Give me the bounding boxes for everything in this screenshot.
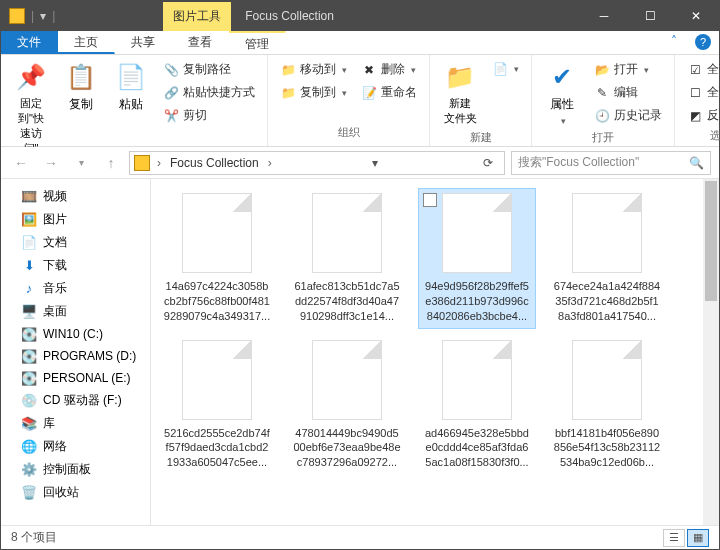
tab-manage[interactable]: 管理 — [229, 31, 286, 54]
address-dropdown-icon[interactable]: ▾ — [363, 156, 387, 170]
sidebar-item[interactable]: ⚙️控制面板 — [1, 458, 150, 481]
sidebar-item-label: 音乐 — [43, 280, 67, 297]
sidebar-item[interactable]: 🎞️视频 — [1, 185, 150, 208]
qat-dropdown-icon[interactable]: ▾ — [40, 9, 46, 23]
newitem-dropdown[interactable]: 📄▾ — [488, 59, 523, 79]
help-icon[interactable]: ? — [695, 34, 711, 50]
file-item[interactable]: 14a697c4224c3058bcb2bf756c88fb00f4819289… — [159, 189, 275, 328]
file-item[interactable]: 478014449bc9490d500ebf6e73eaa9be48ec7893… — [289, 336, 405, 475]
file-item[interactable]: 61afec813cb51dc7a5dd22574f8df3d40a479102… — [289, 189, 405, 328]
sidebar-item[interactable]: 💽PERSONAL (E:) — [1, 367, 150, 389]
sidebar-item-icon: ⬇ — [21, 258, 37, 274]
chevron-right-icon[interactable]: › — [265, 156, 275, 170]
delete-icon: ✖ — [361, 62, 377, 78]
navigation-pane: 🎞️视频🖼️图片📄文档⬇下载♪音乐🖥️桌面💽WIN10 (C:)💽PROGRAM… — [1, 179, 151, 525]
minimize-button[interactable]: ─ — [581, 1, 627, 31]
close-button[interactable]: ✕ — [673, 1, 719, 31]
copypath-icon: 📎 — [163, 62, 179, 78]
tab-file[interactable]: 文件 — [1, 31, 58, 54]
address-bar: ← → ▾ ↑ › Focus Collection › ▾ ⟳ 搜索"Focu… — [1, 147, 719, 179]
rename-button[interactable]: 📝重命名 — [357, 82, 421, 103]
nav-recent-dropdown[interactable]: ▾ — [69, 151, 93, 175]
newfolder-button[interactable]: 📁 新建 文件夹 — [438, 59, 482, 128]
sidebar-item[interactable]: ♪音乐 — [1, 277, 150, 300]
file-item[interactable]: 94e9d956f28b29ffef5e386d211b973d996c8402… — [419, 189, 535, 328]
sidebar-item-label: 下载 — [43, 257, 67, 274]
file-item[interactable]: 5216cd2555ce2db74ff57f9daed3cda1cbd21933… — [159, 336, 275, 475]
sidebar-item-icon: 🖥️ — [21, 304, 37, 320]
selectnone-icon: ☐ — [687, 85, 703, 101]
search-placeholder: 搜索"Focus Collection" — [518, 154, 639, 171]
file-item[interactable]: bbf14181b4f056e890856e54f13c58b23112534b… — [549, 336, 665, 475]
view-details-button[interactable]: ☰ — [663, 529, 685, 547]
sidebar-item-label: 桌面 — [43, 303, 67, 320]
breadcrumb[interactable]: › Focus Collection › ▾ ⟳ — [129, 151, 505, 175]
properties-button[interactable]: ✔ 属性▾ — [540, 59, 584, 128]
ribbon-tabs: 文件 主页 共享 查看 管理 ˄ ? — [1, 31, 719, 55]
tab-view[interactable]: 查看 — [172, 31, 229, 54]
sidebar-item-icon: ⚙️ — [21, 462, 37, 478]
invert-icon: ◩ — [687, 108, 703, 124]
nav-forward-button[interactable]: → — [39, 151, 63, 175]
scrollbar[interactable] — [703, 179, 719, 525]
refresh-icon[interactable]: ⟳ — [476, 156, 500, 170]
item-count: 8 个项目 — [11, 529, 57, 546]
file-view[interactable]: 14a697c4224c3058bcb2bf756c88fb00f4819289… — [151, 179, 719, 525]
breadcrumb-segment[interactable]: Focus Collection — [168, 156, 261, 170]
open-button[interactable]: 📂打开▾ — [590, 59, 666, 80]
sidebar-item[interactable]: 💽WIN10 (C:) — [1, 323, 150, 345]
search-icon[interactable]: 🔍 — [689, 156, 704, 170]
copy-icon: 📋 — [65, 61, 97, 93]
sidebar-item[interactable]: 🌐网络 — [1, 435, 150, 458]
sidebar-item-icon: 💿 — [21, 393, 37, 409]
sidebar-item[interactable]: 🖥️桌面 — [1, 300, 150, 323]
cut-button[interactable]: ✂️剪切 — [159, 105, 259, 126]
view-icons-button[interactable]: ▦ — [687, 529, 709, 547]
moveto-button[interactable]: 📁移动到▾ — [276, 59, 351, 80]
selectall-button[interactable]: ☑全部选择 — [683, 59, 720, 80]
copypath-button[interactable]: 📎复制路径 — [159, 59, 259, 80]
sidebar-item[interactable]: 🖼️图片 — [1, 208, 150, 231]
file-item[interactable]: 674ece24a1a424f88435f3d721c468d2b5f18a3f… — [549, 189, 665, 328]
sidebar-item-icon: 🗑️ — [21, 485, 37, 501]
open-icon: 📂 — [594, 62, 610, 78]
pin-button[interactable]: 📌 固定到"快 速访问" — [9, 59, 53, 158]
copyto-button[interactable]: 📁复制到▾ — [276, 82, 351, 103]
search-input[interactable]: 搜索"Focus Collection" 🔍 — [511, 151, 711, 175]
paste-button[interactable]: 📄 粘贴 — [109, 59, 153, 115]
sidebar-item-icon: 🖼️ — [21, 212, 37, 228]
app-icon — [9, 8, 25, 24]
file-name: 674ece24a1a424f88435f3d721c468d2b5f18a3f… — [553, 279, 661, 324]
scrollbar-thumb[interactable] — [705, 181, 717, 301]
maximize-button[interactable]: ☐ — [627, 1, 673, 31]
ribbon-collapse-icon[interactable]: ˄ — [661, 31, 687, 54]
file-thumbnail — [442, 340, 512, 420]
copy-button[interactable]: 📋 复制 — [59, 59, 103, 115]
file-thumbnail — [572, 193, 642, 273]
sidebar-item[interactable]: 📚库 — [1, 412, 150, 435]
group-new-label: 新建 — [470, 128, 492, 147]
sidebar-item-label: 网络 — [43, 438, 67, 455]
pin-icon: 📌 — [15, 61, 47, 93]
edit-button[interactable]: ✎编辑 — [590, 82, 666, 103]
file-name: 61afec813cb51dc7a5dd22574f8df3d40a479102… — [293, 279, 401, 324]
history-button[interactable]: 🕘历史记录 — [590, 105, 666, 126]
selectnone-button[interactable]: ☐全部取消 — [683, 82, 720, 103]
tab-home[interactable]: 主页 — [58, 31, 115, 54]
nav-up-button[interactable]: ↑ — [99, 151, 123, 175]
file-item[interactable]: ad466945e328e5bbde0cddd4ce85af3fda65ac1a… — [419, 336, 535, 475]
sidebar-item[interactable]: ⬇下载 — [1, 254, 150, 277]
sidebar-item[interactable]: 📄文档 — [1, 231, 150, 254]
invertselect-button[interactable]: ◩反向选择 — [683, 105, 720, 126]
sidebar-item[interactable]: 💽PROGRAMS (D:) — [1, 345, 150, 367]
sidebar-item-icon: 🌐 — [21, 439, 37, 455]
tab-share[interactable]: 共享 — [115, 31, 172, 54]
sidebar-item-label: 回收站 — [43, 484, 79, 501]
nav-back-button[interactable]: ← — [9, 151, 33, 175]
chevron-right-icon[interactable]: › — [154, 156, 164, 170]
sidebar-item[interactable]: 🗑️回收站 — [1, 481, 150, 504]
delete-button[interactable]: ✖删除▾ — [357, 59, 421, 80]
pasteshortcut-button[interactable]: 🔗粘贴快捷方式 — [159, 82, 259, 103]
sidebar-item[interactable]: 💿CD 驱动器 (F:) — [1, 389, 150, 412]
sidebar-item-icon: ♪ — [21, 281, 37, 297]
